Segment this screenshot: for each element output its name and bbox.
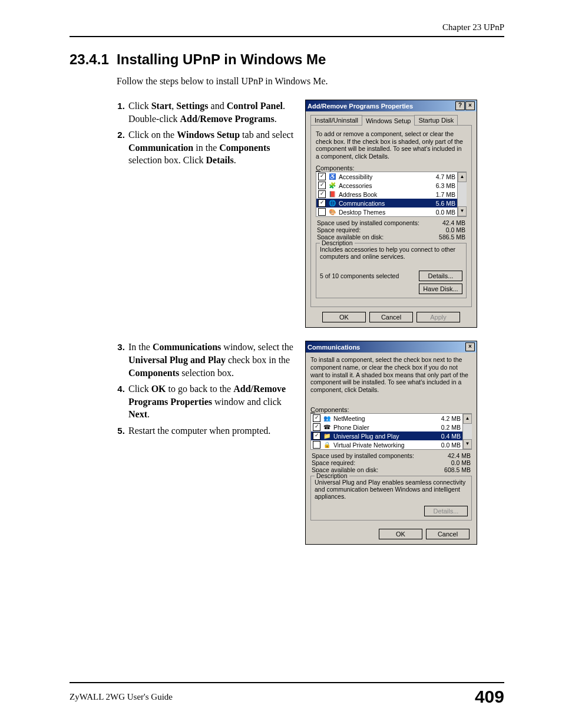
- steps-list-2: In the Communications window, select the…: [117, 341, 299, 437]
- page-footer: ZyWALL 2WG User's Guide 409: [70, 682, 504, 707]
- item-icon: 🔒: [323, 442, 331, 449]
- list-item[interactable]: ✓👥NetMeeting4.2 MB: [311, 414, 462, 423]
- list-item[interactable]: ✓♿Accessibility4.7 MB: [316, 172, 457, 181]
- space-used-value: 42.4 MB: [442, 219, 465, 226]
- have-disk-button[interactable]: Have Disk...: [419, 284, 462, 294]
- checkbox[interactable]: ✓: [313, 423, 320, 431]
- close-icon[interactable]: ×: [465, 342, 475, 351]
- dialog-add-remove-programs: Add/Remove Programs Properties ? × Insta…: [305, 100, 477, 328]
- t: Add/Remove Programs: [180, 114, 275, 124]
- list-item[interactable]: 🔒Virtual Private Networking0.0 MB: [311, 440, 462, 449]
- t: Settings: [176, 101, 208, 111]
- components-listbox[interactable]: ✓♿Accessibility4.7 MB✓🧩Accessories6.3 MB…: [316, 172, 467, 217]
- rule-top: [70, 36, 504, 37]
- t: Communications: [153, 342, 221, 352]
- section-number: 23.4.1: [70, 51, 109, 67]
- scroll-up-icon[interactable]: ▲: [463, 414, 472, 424]
- details-button[interactable]: Details...: [419, 271, 462, 281]
- apply-button[interactable]: Apply: [416, 312, 460, 322]
- dialog-communications: Communications × To install a component,…: [305, 341, 477, 545]
- tab-startup-disk[interactable]: Startup Disk: [414, 115, 458, 125]
- rule-bottom: [70, 682, 504, 683]
- cancel-button[interactable]: Cancel: [426, 529, 470, 539]
- checkbox[interactable]: [313, 441, 320, 449]
- close-icon[interactable]: ×: [465, 101, 475, 110]
- selected-count: 5 of 10 components selected: [320, 272, 399, 279]
- t: Click: [128, 384, 151, 394]
- tab-windows-setup[interactable]: Windows Setup: [362, 116, 415, 126]
- section-title: 23.4.1 Installing UPnP in Windows Me: [70, 51, 504, 68]
- item-size: 4.2 MB: [441, 415, 461, 422]
- item-size: 0.0 MB: [436, 209, 455, 216]
- step-5: Restart the computer when prompted.: [127, 424, 299, 437]
- step-2: Click on the Windows Setup tab and selec…: [127, 129, 299, 167]
- t: .: [275, 114, 277, 124]
- ok-button[interactable]: OK: [322, 312, 366, 322]
- dialog-title: Communications: [308, 344, 360, 351]
- t: In the: [128, 342, 153, 352]
- list-item[interactable]: 🎨Desktop Themes0.0 MB: [316, 207, 457, 216]
- list-item[interactable]: ✓📕Address Book1.7 MB: [316, 190, 457, 199]
- scrollbar[interactable]: ▲ ▼: [462, 414, 472, 449]
- item-icon: 📕: [328, 191, 336, 198]
- t: Restart the computer when prompted.: [128, 426, 270, 436]
- space-req-label: Space required:: [317, 226, 361, 233]
- step-1: Click Start, Settings and Control Panel.…: [127, 100, 299, 125]
- components-label: Components:: [310, 406, 472, 413]
- list-item[interactable]: ✓🌐Communications5.6 MB: [316, 199, 457, 207]
- list-item[interactable]: ✓📁Universal Plug and Play0.4 MB: [311, 431, 462, 440]
- item-size: 5.6 MB: [436, 200, 455, 207]
- item-icon: ♿: [328, 173, 336, 180]
- item-size: 0.0 MB: [441, 442, 461, 449]
- titlebar: Add/Remove Programs Properties ? ×: [306, 100, 477, 111]
- t: Control Panel: [227, 101, 283, 111]
- tab-install-uninstall[interactable]: Install/Uninstall: [310, 115, 362, 125]
- item-name: Universal Plug and Play: [333, 433, 441, 440]
- step-3: In the Communications window, select the…: [127, 341, 299, 379]
- ok-button[interactable]: OK: [379, 529, 422, 539]
- components-listbox[interactable]: ✓👥NetMeeting4.2 MB✓☎Phone Dialer0.2 MB✓📁…: [310, 413, 472, 450]
- scrollbar[interactable]: ▲ ▼: [457, 172, 467, 216]
- tab-pane: To add or remove a component, select or …: [310, 125, 472, 307]
- listbox-rows: ✓♿Accessibility4.7 MB✓🧩Accessories6.3 MB…: [316, 172, 457, 216]
- checkbox[interactable]: ✓: [318, 199, 326, 207]
- cancel-button[interactable]: Cancel: [369, 312, 413, 322]
- item-name: Accessibility: [339, 173, 436, 180]
- t: in the: [193, 143, 219, 153]
- t: tab and select: [240, 130, 293, 140]
- t: window and click: [212, 397, 282, 407]
- section-heading: Installing UPnP in Windows Me: [117, 51, 326, 67]
- t: selection box. Click: [128, 155, 206, 165]
- description-box: Description Includes accessories to help…: [316, 243, 467, 298]
- titlebar: Communications ×: [306, 341, 477, 353]
- scroll-down-icon[interactable]: ▼: [458, 206, 467, 216]
- checkbox[interactable]: ✓: [313, 414, 320, 422]
- t: Start: [151, 101, 172, 111]
- t: .: [234, 155, 236, 165]
- chapter-header: Chapter 23 UPnP: [70, 22, 504, 32]
- t: selection box.: [179, 368, 234, 378]
- t: Click: [128, 101, 151, 111]
- description-text: Universal Plug and Play enables seamless…: [315, 479, 468, 500]
- checkbox[interactable]: ✓: [318, 190, 326, 198]
- t: Components: [219, 143, 270, 153]
- list-item[interactable]: ✓🧩Accessories6.3 MB: [316, 181, 457, 190]
- item-icon: 🌐: [328, 200, 336, 207]
- instruction-text: To install a component, select the check…: [310, 356, 472, 393]
- help-icon[interactable]: ?: [455, 101, 465, 110]
- checkbox[interactable]: ✓: [318, 173, 326, 180]
- space-req-value: 0.0 MB: [446, 226, 465, 233]
- checkbox[interactable]: ✓: [313, 432, 320, 440]
- item-name: Desktop Themes: [339, 209, 436, 216]
- scroll-down-icon[interactable]: ▼: [463, 439, 472, 449]
- details-button: Details...: [424, 506, 468, 516]
- list-item[interactable]: ✓☎Phone Dialer0.2 MB: [311, 423, 462, 431]
- t: Components: [128, 368, 179, 378]
- item-name: Accessories: [339, 182, 436, 189]
- description-box: Description Universal Plug and Play enab…: [310, 476, 472, 521]
- checkbox[interactable]: ✓: [318, 182, 326, 189]
- t: Next: [128, 409, 147, 419]
- space-used-label: Space used by installed components:: [317, 219, 419, 226]
- checkbox[interactable]: [318, 208, 326, 216]
- scroll-up-icon[interactable]: ▲: [458, 172, 467, 182]
